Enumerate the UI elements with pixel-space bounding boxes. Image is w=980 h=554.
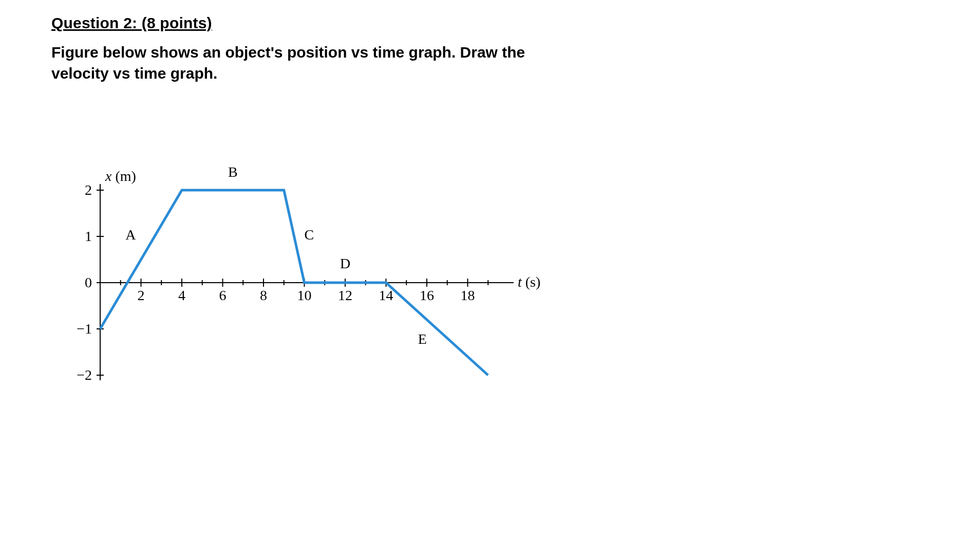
segment-label-a: A bbox=[125, 227, 136, 243]
segment-label-d: D bbox=[340, 255, 350, 271]
x-tick-label: 18 bbox=[461, 287, 475, 303]
x-tick-label: 8 bbox=[260, 287, 267, 303]
segment-label-e: E bbox=[418, 331, 427, 347]
y-tick-label: 0 bbox=[85, 274, 92, 290]
x-tick-label: 16 bbox=[420, 287, 434, 303]
position-vs-time-chart: 24681012141618−2−1012x (m)t (s)ABCDE bbox=[62, 175, 524, 391]
x-axis-title: t (s) bbox=[518, 274, 540, 290]
question-heading: Question 2: (8 points) bbox=[51, 14, 939, 32]
x-tick-label: 6 bbox=[219, 287, 227, 303]
y-tick-label: −1 bbox=[77, 321, 92, 337]
segment-label-b: B bbox=[228, 164, 238, 180]
x-tick-label: 12 bbox=[338, 287, 352, 303]
x-tick-label: 4 bbox=[178, 287, 185, 303]
y-tick-label: −2 bbox=[77, 367, 92, 383]
chart-svg: 24681012141618−2−1012x (m)t (s)ABCDE bbox=[62, 175, 524, 391]
x-tick-label: 14 bbox=[379, 287, 393, 303]
y-tick-label: 2 bbox=[85, 182, 92, 198]
y-axis-title: x (m) bbox=[105, 168, 136, 184]
x-tick-label: 10 bbox=[297, 287, 312, 303]
x-tick-label: 2 bbox=[138, 287, 145, 303]
segment-label-c: C bbox=[305, 227, 314, 243]
question-body: Figure below shows an object's position … bbox=[51, 42, 565, 84]
y-tick-label: 1 bbox=[85, 228, 92, 244]
